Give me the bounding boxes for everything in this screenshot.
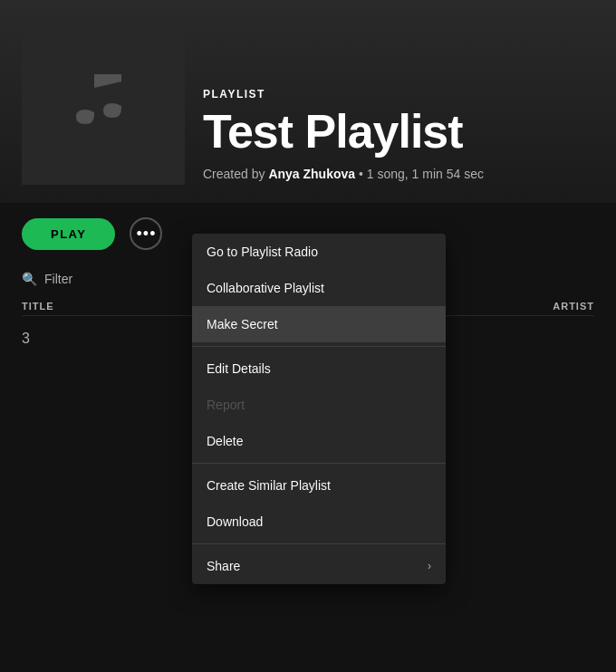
created-by-prefix: Created by	[203, 167, 268, 181]
album-art	[22, 22, 185, 185]
menu-item-make-secret-label: Make Secret	[207, 317, 278, 331]
menu-item-make-secret[interactable]: Make Secret	[192, 306, 446, 342]
menu-item-create-similar-label: Create Similar Playlist	[207, 478, 331, 493]
playlist-info: PLAYLIST Test Playlist Created by Anya Z…	[203, 88, 484, 185]
more-options-button[interactable]: •••	[130, 217, 162, 250]
playlist-title: Test Playlist	[203, 106, 484, 158]
playlist-meta: Created by Anya Zhukova • 1 song, 1 min …	[203, 167, 484, 181]
col-title-header: TITLE	[22, 301, 54, 312]
menu-item-share[interactable]: Share ›	[192, 548, 446, 584]
creator-name: Anya Zhukova	[268, 167, 355, 181]
menu-item-collaborative-label: Collaborative Playlist	[207, 281, 324, 295]
search-icon: 🔍	[22, 272, 37, 286]
play-button[interactable]: PLAY	[22, 218, 115, 250]
header-section: PLAYLIST Test Playlist Created by Anya Z…	[0, 0, 616, 203]
menu-item-playlist-radio[interactable]: Go to Playlist Radio	[192, 234, 446, 270]
meta-suffix: • 1 song, 1 min 54 sec	[359, 167, 484, 181]
menu-item-report: Report	[192, 387, 446, 423]
menu-item-collaborative[interactable]: Collaborative Playlist	[192, 270, 446, 306]
menu-item-playlist-radio-label: Go to Playlist Radio	[207, 245, 318, 259]
col-artist-header: ARTIST	[553, 301, 594, 312]
menu-item-share-label: Share	[207, 559, 240, 573]
menu-item-report-label: Report	[207, 398, 245, 412]
menu-item-delete[interactable]: Delete	[192, 423, 446, 459]
menu-item-download-label: Download	[207, 514, 263, 529]
menu-item-create-similar[interactable]: Create Similar Playlist	[192, 467, 446, 504]
share-arrow-icon: ›	[428, 560, 431, 572]
menu-item-delete-label: Delete	[207, 434, 243, 448]
menu-item-edit-details-label: Edit Details	[207, 361, 271, 376]
filter-label: Filter	[44, 272, 72, 286]
playlist-type-label: PLAYLIST	[203, 88, 484, 101]
menu-divider-2	[192, 463, 446, 464]
menu-divider-1	[192, 346, 446, 347]
context-menu: Go to Playlist Radio Collaborative Playl…	[192, 234, 446, 584]
more-dots-icon: •••	[137, 225, 157, 244]
menu-divider-3	[192, 543, 446, 544]
menu-item-download[interactable]: Download	[192, 504, 446, 540]
menu-item-edit-details[interactable]: Edit Details	[192, 350, 446, 387]
music-note-icon	[67, 65, 140, 141]
